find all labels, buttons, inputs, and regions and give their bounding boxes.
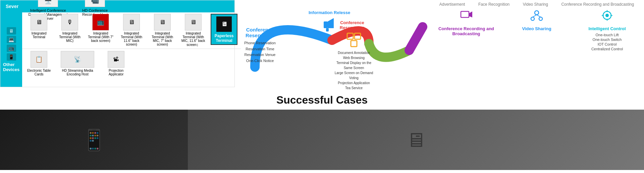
bottom-label-1: Electronic Table Cards bbox=[25, 69, 52, 76]
case-image-1: 📱 bbox=[0, 110, 188, 170]
right-panel: Advertisement Face Recognition Video Sha… bbox=[429, 0, 644, 87]
svg-rect-6 bbox=[461, 11, 469, 17]
iot-control: IOT Control bbox=[591, 42, 623, 46]
od-icon-2: 💻 bbox=[7, 36, 16, 43]
sec-conf-rec: Conference Recording and Broadcasting bbox=[433, 9, 500, 85]
svg-point-10 bbox=[539, 17, 542, 20]
conf-rec-icon bbox=[460, 9, 473, 24]
svg-rect-2 bbox=[326, 28, 329, 32]
conf-reservation2-area: Conference Reservation Document Annotati… bbox=[332, 20, 376, 91]
info-release-label: Information Relesse bbox=[309, 10, 350, 15]
doc-annotation-text: Document Annotation bbox=[332, 50, 376, 55]
bottom-label-3: Projection Applicator bbox=[103, 69, 129, 76]
voting-text: Voting bbox=[332, 75, 376, 80]
devices-top: 🖥 Integrated Terminal 🎙 Integrated Termi… bbox=[22, 12, 241, 49]
od-icon-4: 📱 bbox=[7, 53, 16, 61]
paperless-icon: 🖥 bbox=[216, 16, 232, 33]
svg-point-8 bbox=[535, 11, 539, 15]
successful-cases-section: Successful Cases bbox=[0, 87, 644, 110]
svg-point-14 bbox=[605, 14, 609, 17]
devices-bottom: 📋 Electronic Table Cards 📡 HD Streaming … bbox=[22, 49, 241, 78]
device-integrated-3: 📺 Integrated Terminal (With 7" back scre… bbox=[87, 14, 114, 43]
sec-intelligent-control: Intelligent Control One-touch Lift One-t… bbox=[574, 9, 641, 85]
tea-service-text: Tea Service bbox=[332, 85, 376, 91]
left-panel: Sever 🖥️ Intelligent Conference Document… bbox=[0, 0, 235, 87]
one-touch-lift: One-touch Lift bbox=[591, 33, 623, 37]
bottom-device-2: 📡 HD Streaming Media Encoding Host bbox=[59, 51, 96, 76]
large-screen-text: Large Screen on Demand bbox=[332, 70, 376, 75]
od-icon-3: 📺 bbox=[7, 45, 16, 52]
other-devices-panel: 🖥 💻 📺 📱 Other Devices bbox=[0, 12, 22, 87]
sec-video-sharing: Video Sharing bbox=[503, 9, 570, 85]
device-integrated-5: 🖥 Integrated Terminal (With MIC, 7" back… bbox=[149, 14, 176, 46]
case-1-placeholder: 📱 bbox=[82, 128, 107, 152]
device-label-3: Integrated Terminal (With 7" back screen… bbox=[87, 32, 114, 43]
centralized-control: Centralized Control bbox=[591, 47, 623, 51]
top-labels-row: Advertisement Face Recognition Video Sha… bbox=[433, 2, 641, 7]
conf-reservation-label: Conference Reservation Phone Reservation… bbox=[238, 27, 282, 64]
projection-text: Projection Application bbox=[332, 80, 376, 85]
terminal-display-text: Terminal Display on the Same Screen bbox=[332, 60, 376, 70]
server-icon-2: 📹 bbox=[85, 0, 105, 7]
svg-point-9 bbox=[531, 17, 534, 20]
video-sharing-title: Video Sharing bbox=[522, 26, 551, 31]
phone-reservation-text: Phone Reservation bbox=[238, 40, 282, 46]
successful-cases-title: Successful Cases bbox=[0, 94, 644, 106]
case-image-2: 🖥 bbox=[188, 110, 644, 170]
device-icon-6: 🖥 bbox=[185, 14, 202, 31]
one-click-notice-text: One-Click Notice bbox=[238, 58, 282, 64]
web-browsing-text: Web Browsing bbox=[332, 55, 376, 60]
device-icon-4: 🖥 bbox=[123, 14, 140, 31]
conf-reservation2-label: Conference Reservation bbox=[332, 20, 372, 30]
svg-rect-0 bbox=[324, 21, 328, 28]
devices-content: 🖥 Integrated Terminal 🎙 Integrated Termi… bbox=[22, 12, 241, 87]
svg-rect-3 bbox=[347, 33, 353, 39]
devices-row: 🖥 💻 📺 📱 Other Devices 🖥 Integrated Termi… bbox=[0, 12, 234, 87]
svg-rect-5 bbox=[351, 41, 357, 47]
bottom-icon-1: 📋 bbox=[31, 51, 47, 68]
device-icon-5: 🖥 bbox=[154, 14, 171, 31]
video-sharing-icon bbox=[530, 9, 543, 24]
other-devices-label: Other Devices bbox=[3, 62, 19, 72]
right-sections: Conference Recording and Broadcasting Vi… bbox=[433, 9, 641, 85]
reservation-time-text: Reservation Time bbox=[238, 46, 282, 52]
device-integrated-4: 🖥 Integrated Terminal (With 11.6" back s… bbox=[118, 14, 145, 46]
bottom-device-3: 📽 Projection Applicator bbox=[103, 51, 129, 76]
device-icon-1: 🖥 bbox=[31, 14, 47, 31]
cases-images-row: 📱 🖥 bbox=[0, 110, 644, 170]
case-2-placeholder: 🖥 bbox=[406, 128, 426, 152]
device-label-2: Integrated Terminal (With MIC) bbox=[56, 32, 83, 43]
device-integrated-1: 🖥 Integrated Terminal bbox=[25, 14, 52, 39]
device-icon-3: 📺 bbox=[92, 14, 109, 31]
other-devices-icons: 🖥 💻 📺 📱 bbox=[3, 27, 19, 61]
reservation-venue-text: Reservation Venue bbox=[238, 52, 282, 58]
server-label: Sever bbox=[3, 3, 21, 10]
conf-rec-title: Conference Recording and Broadcasting bbox=[433, 26, 500, 36]
svg-line-11 bbox=[533, 15, 537, 17]
device-icon-2: 🎙 bbox=[61, 14, 78, 31]
od-icon-1: 🖥 bbox=[7, 27, 16, 35]
device-label-6: Integrated Terminal (With MIC, 11.6" bac… bbox=[180, 32, 207, 47]
server-icon-1: 🖥️ bbox=[38, 0, 58, 7]
bottom-icon-3: 📽 bbox=[108, 51, 124, 68]
svg-rect-4 bbox=[355, 33, 361, 39]
label-advertisement: Advertisement bbox=[439, 2, 465, 7]
bottom-label-2: HD Streaming Media Encoding Host bbox=[59, 69, 96, 76]
conf-reservation2-icon bbox=[332, 32, 376, 50]
intelligent-control-title: Intelligent Control bbox=[588, 26, 626, 31]
server-row: Sever 🖥️ Intelligent Conference Document… bbox=[0, 0, 234, 12]
s-curve-diagram: Conference Reservation Phone Reservation… bbox=[235, 0, 429, 87]
paperless-terminal-item: 🖥 Paperless Terminal bbox=[211, 14, 237, 45]
label-face-recognition: Face Recognition bbox=[478, 2, 509, 7]
device-label-5: Integrated Terminal (With MIC, 7" back s… bbox=[149, 32, 176, 46]
svg-line-12 bbox=[537, 15, 541, 17]
bottom-icon-2: 📡 bbox=[61, 51, 94, 68]
device-integrated-2: 🎙 Integrated Terminal (With MIC) bbox=[56, 14, 83, 43]
label-video-sharing: Video Sharing bbox=[523, 2, 548, 7]
bottom-device-1: 📋 Electronic Table Cards bbox=[25, 51, 52, 76]
device-label-1: Integrated Terminal bbox=[25, 32, 52, 39]
paperless-terminal-label: Paperless Terminal bbox=[213, 34, 235, 43]
device-integrated-6: 🖥 Integrated Terminal (With MIC, 11.6" b… bbox=[180, 14, 207, 47]
device-label-4: Integrated Terminal (With 11.6" back scr… bbox=[118, 32, 145, 46]
label-conf-rec: Conference Recording and Broadcasting bbox=[561, 2, 634, 7]
